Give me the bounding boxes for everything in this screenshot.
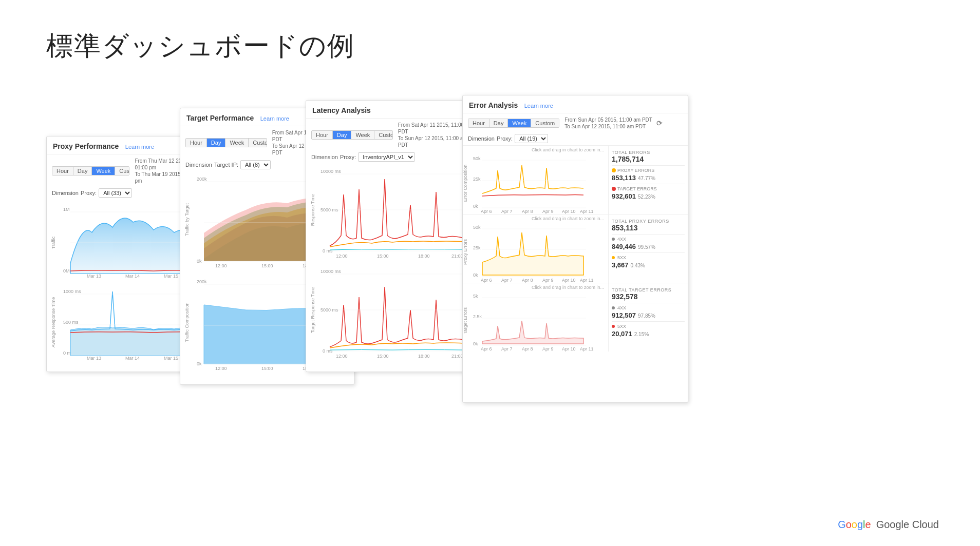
svg-text:0k: 0k <box>473 204 478 209</box>
svg-text:Proxy Errors: Proxy Errors <box>463 239 468 265</box>
svg-text:1000 ms: 1000 ms <box>63 289 81 294</box>
svg-text:Apr 6: Apr 6 <box>481 346 492 352</box>
svg-text:5k: 5k <box>473 294 478 299</box>
proxy-errors-stats: TOTAL PROXY ERRORS 853,113 4XX 849,446 9… <box>608 215 688 283</box>
svg-text:Traffic Composition: Traffic Composition <box>184 302 190 342</box>
latency-dimension-select[interactable]: InventoryAPI_v1 <box>358 152 415 162</box>
error-tab-hour[interactable]: Hour <box>468 119 489 127</box>
latency-tab-custom[interactable]: Custom <box>374 131 392 139</box>
error-dimension-select[interactable]: All (19) <box>515 134 548 143</box>
target-tab-day[interactable]: Day <box>207 139 226 147</box>
latency-time-tabs: Hour Day Week Custom <box>311 130 393 140</box>
proxy-tab-hour[interactable]: Hour <box>52 167 73 175</box>
proxy-card-title: Proxy Performance <box>53 142 119 150</box>
google-cloud-logo: Google Google Cloud <box>838 519 939 531</box>
svg-text:Mar 13: Mar 13 <box>87 356 101 361</box>
proxy-5xx-pct: 0.43% <box>631 263 645 268</box>
dashboard-container: Proxy Performance Learn more Hour Day We… <box>26 95 960 516</box>
proxy-5xx-value: 3,667 <box>612 261 629 269</box>
proxy-tab-custom[interactable]: Custom <box>115 167 129 175</box>
latency-tab-hour[interactable]: Hour <box>312 131 333 139</box>
svg-text:18:00: 18:00 <box>418 254 430 259</box>
proxy-tab-week[interactable]: Week <box>92 167 115 175</box>
error-learn-more[interactable]: Learn more <box>524 103 553 109</box>
svg-text:Error Composition: Error Composition <box>463 165 468 202</box>
target-dimension-select[interactable]: All (8) <box>240 160 271 169</box>
error-hint-2: Click and drag in chart to zoom in... <box>463 215 608 221</box>
proxy-4xx-value: 849,446 <box>612 243 636 250</box>
svg-text:Apr 7: Apr 7 <box>501 278 513 283</box>
svg-text:15:00: 15:00 <box>377 254 389 259</box>
svg-text:1M: 1M <box>63 207 70 212</box>
target-tab-custom[interactable]: Custom <box>249 139 267 147</box>
svg-text:15:00: 15:00 <box>377 354 389 359</box>
svg-text:Mar 15: Mar 15 <box>164 274 178 279</box>
target-errors-pct: 52.23% <box>638 194 655 200</box>
proxy-5xx-label: 5XX <box>617 255 626 260</box>
error-refresh-icon[interactable]: ⟳ <box>656 119 663 127</box>
total-errors-value: 1,785,714 <box>612 155 685 163</box>
svg-text:Apr 8: Apr 8 <box>522 209 533 214</box>
error-dimension-label: Dimension <box>468 135 495 142</box>
error-toolbar: Hour Day Week Custom From Sun Apr 05 201… <box>463 113 688 132</box>
svg-text:500 ms: 500 ms <box>63 320 79 325</box>
error-card-title: Error Analysis <box>469 101 518 109</box>
svg-text:Apr 11: Apr 11 <box>580 209 594 214</box>
total-proxy-errors-label: TOTAL PROXY ERRORS <box>612 219 685 224</box>
error-tab-custom[interactable]: Custom <box>531 119 559 127</box>
latency-dimension-name: Proxy: <box>340 154 356 160</box>
svg-text:Apr 6: Apr 6 <box>481 278 492 283</box>
target-errors-label-stat: TARGET ERRORS <box>617 186 657 191</box>
svg-text:12:00: 12:00 <box>215 366 227 371</box>
svg-text:Response Time: Response Time <box>310 194 315 226</box>
proxy-dimension-name: Proxy: <box>81 190 97 196</box>
svg-text:Apr 7: Apr 7 <box>501 209 513 214</box>
error-tab-day[interactable]: Day <box>489 119 508 127</box>
svg-text:Mar 15: Mar 15 <box>164 356 178 361</box>
svg-text:50k: 50k <box>473 156 481 161</box>
svg-text:10000 ms: 10000 ms <box>321 269 341 274</box>
proxy-dimension-select[interactable]: All (33) <box>99 188 132 198</box>
google-g-letter: G <box>838 519 846 530</box>
error-tab-week[interactable]: Week <box>508 119 531 127</box>
proxy-4xx-dot <box>612 238 615 241</box>
error-dimension-name: Proxy: <box>497 135 513 142</box>
svg-text:0k: 0k <box>473 272 478 278</box>
target-errors-chart-area: Click and drag in chart to zoom in... Ta… <box>463 283 608 352</box>
svg-text:Traffic by Target: Traffic by Target <box>184 203 190 236</box>
svg-text:2.5k: 2.5k <box>473 314 482 319</box>
proxy-learn-more[interactable]: Learn more <box>125 144 154 150</box>
svg-text:21:00: 21:00 <box>451 254 463 259</box>
svg-text:25k: 25k <box>473 177 481 182</box>
proxy-dimension-label: Dimension <box>52 190 79 196</box>
target-time-tabs: Hour Day Week Custom <box>185 138 267 147</box>
proxy-errors-section: Click and drag in chart to zoom in... Pr… <box>463 214 688 283</box>
total-target-errors-value: 932,578 <box>612 292 685 301</box>
target-errors-value: 932,601 <box>612 192 636 200</box>
svg-text:0k: 0k <box>197 361 202 366</box>
svg-text:Apr 11: Apr 11 <box>580 346 594 352</box>
proxy-5xx-dot <box>612 256 615 259</box>
proxy-tab-day[interactable]: Day <box>73 167 92 175</box>
svg-text:25k: 25k <box>473 245 481 250</box>
latency-tab-day[interactable]: Day <box>333 131 352 139</box>
proxy-4xx-pct: 99.57% <box>638 244 655 250</box>
svg-text:Apr 9: Apr 9 <box>542 346 554 352</box>
target-learn-more[interactable]: Learn more <box>260 115 289 122</box>
cloud-text: Google Cloud <box>876 519 939 531</box>
svg-text:Apr 10: Apr 10 <box>562 278 576 283</box>
target-tab-week[interactable]: Week <box>225 139 249 147</box>
latency-tab-week[interactable]: Week <box>351 131 374 139</box>
error-date-range: From Sun Apr 05 2015, 11:00 am PDT To Su… <box>564 116 652 130</box>
svg-text:200k: 200k <box>197 279 207 284</box>
svg-text:Apr 6: Apr 6 <box>481 209 492 214</box>
proxy-4xx-label: 4XX <box>617 237 626 242</box>
google-text: Google <box>838 519 871 531</box>
error-card-header: Error Analysis Learn more <box>463 95 688 113</box>
target-errors-stats: TOTAL TARGET ERRORS 932,578 4XX 912,507 … <box>608 283 688 352</box>
proxy-errors-pct: 47.77% <box>638 176 655 181</box>
svg-text:Apr 10: Apr 10 <box>562 346 576 352</box>
svg-text:10000 ms: 10000 ms <box>321 169 341 174</box>
target-tab-hour[interactable]: Hour <box>186 139 207 147</box>
svg-text:Apr 8: Apr 8 <box>522 346 533 352</box>
